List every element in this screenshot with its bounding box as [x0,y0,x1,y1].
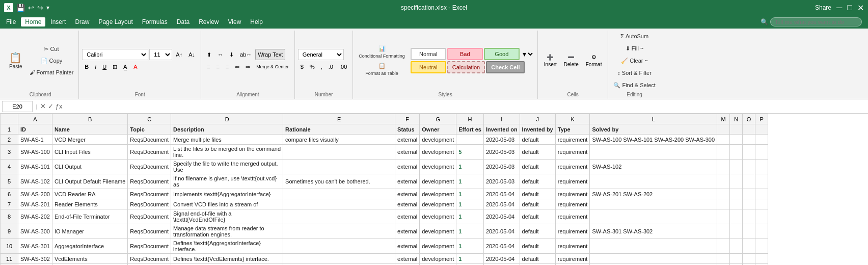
menu-insert[interactable]: Insert [46,17,70,26]
cell-A2[interactable]: SW-AS-1 [18,135,52,145]
row-header[interactable]: 2 [1,135,18,145]
cell-N5[interactable] [730,174,743,189]
cell-B10[interactable]: AggregatorInterface [52,239,127,254]
cell-I8[interactable]: 2020-05-04 [483,209,520,224]
cell-M6[interactable] [717,189,730,199]
cell-K4[interactable]: requirement [555,160,590,174]
cell-K3[interactable]: requirement [555,145,590,160]
cell-E1[interactable]: Rationale [283,124,395,135]
underline-button[interactable]: U [100,61,109,72]
cell-I3[interactable]: 2020-05-03 [483,145,520,160]
percent-button[interactable]: % [307,61,317,72]
cell-M4[interactable] [717,160,730,174]
cell-M5[interactable] [717,174,730,189]
conditional-formatting-button[interactable]: 📊 Conditional Formatting [356,44,408,60]
comma-button[interactable]: , [318,61,325,72]
styles-dropdown[interactable]: ▾ [521,48,534,60]
cell-O2[interactable] [743,135,755,145]
cell-A1[interactable]: ID [18,124,52,135]
cell-J3[interactable]: default [520,145,555,160]
italic-button[interactable]: I [92,61,99,72]
cell-G9[interactable]: development [420,224,456,239]
cell-G2[interactable]: development [420,135,456,145]
cell-A8[interactable]: SW-AS-202 [18,209,52,224]
cell-D2[interactable]: Merge multiple files [171,135,283,145]
cell-A5[interactable]: SW-AS-102 [18,174,52,189]
cell-N2[interactable] [730,135,743,145]
col-header-e[interactable]: E [283,114,395,124]
cell-D4[interactable]: Specify the file to write the merged out… [171,160,283,174]
cell-K8[interactable]: requirement [555,209,590,224]
row-header[interactable]: 3 [1,145,18,160]
cell-H6[interactable]: 1 [456,189,484,199]
cell-E2[interactable]: compare files visually [283,135,395,145]
cell-M3[interactable] [717,145,730,160]
format-as-table-button[interactable]: 📋 Format as Table [356,61,408,77]
paste-button[interactable]: 📋 Paste [5,43,26,78]
style-calculation-button[interactable]: Calculation [447,61,485,73]
cell-F2[interactable]: external [395,135,420,145]
cell-L11[interactable] [590,254,717,264]
increase-decimal-button[interactable]: .00 [337,61,349,72]
cell-L7[interactable] [590,199,717,209]
align-center-button[interactable]: ≡ [213,61,222,72]
cell-H9[interactable]: 1 [456,224,484,239]
style-check-cell-button[interactable]: Check Cell [486,61,525,73]
cell-C6[interactable]: ReqsDocument [128,189,171,199]
cell-B1[interactable]: Name [52,124,127,135]
cell-A7[interactable]: SW-AS-201 [18,199,52,209]
style-normal-button[interactable]: Normal [411,48,446,60]
cell-F4[interactable]: external [395,160,420,174]
cell-C5[interactable]: ReqsDocument [128,174,171,189]
cell-H8[interactable]: 1 [456,209,484,224]
cell-J5[interactable]: default [520,174,555,189]
cell-H7[interactable]: 1 [456,199,484,209]
cell-K1[interactable]: Type [555,124,590,135]
cell-K10[interactable]: requirement [555,239,590,254]
cell-B4[interactable]: CLI Output [52,160,127,174]
cell-P9[interactable] [755,224,768,239]
cell-O6[interactable] [743,189,755,199]
cut-button[interactable]: ✂ Cut [28,43,76,55]
borders-button[interactable]: ⊞ [110,61,120,72]
insert-button[interactable]: ➕ Insert [541,52,560,69]
font-size-decrease-button[interactable]: A↓ [186,49,198,60]
menu-data[interactable]: Data [173,17,194,26]
cell-G3[interactable]: development [420,145,456,160]
format-painter-button[interactable]: 🖌 Format Painter [28,67,76,78]
cell-D6[interactable]: Implements \texttt{AggregatorInterface} [171,189,283,199]
cell-N8[interactable] [730,209,743,224]
cell-L10[interactable] [590,239,717,254]
cell-I4[interactable]: 2020-05-03 [483,160,520,174]
menu-draw[interactable]: Draw [71,17,93,26]
cell-I1[interactable]: Invented on [483,124,520,135]
cell-B11[interactable]: VcdElements [52,254,127,264]
cell-J2[interactable]: default [520,135,555,145]
cell-J8[interactable]: default [520,209,555,224]
cell-B5[interactable]: CLI Output Default Filename [52,174,127,189]
sort-filter-button[interactable]: ↕ Sort & Filter [611,67,657,78]
cell-P5[interactable] [755,174,768,189]
cell-M9[interactable] [717,224,730,239]
col-header-b[interactable]: B [52,114,127,124]
cell-P8[interactable] [755,209,768,224]
cell-B6[interactable]: VCD Reader RA [52,189,127,199]
cell-N10[interactable] [730,239,743,254]
align-middle-button[interactable]: ↔ [215,49,226,60]
cell-E5[interactable]: Sometimes you can't be bothered. [283,174,395,189]
cell-O9[interactable] [743,224,755,239]
cell-M2[interactable] [717,135,730,145]
cell-C1[interactable]: Topic [128,124,171,135]
cell-P2[interactable] [755,135,768,145]
cell-D7[interactable]: Convert VCD files into a stream of [171,199,283,209]
cell-H1[interactable]: Effort es [456,124,484,135]
cell-O7[interactable] [743,199,755,209]
function-insert-icon[interactable]: ƒx [56,102,63,110]
menu-review[interactable]: Review [195,17,223,26]
cell-M7[interactable] [717,199,730,209]
quick-access-save[interactable]: 💾 [16,4,25,12]
menu-home[interactable]: Home [21,17,45,26]
col-header-m[interactable]: M [717,114,730,124]
cell-E7[interactable] [283,199,395,209]
cell-C4[interactable]: ReqsDocument [128,160,171,174]
